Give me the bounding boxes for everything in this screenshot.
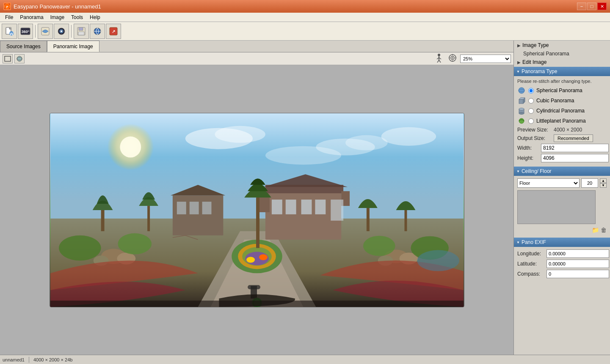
height-label: Height: [517,155,538,161]
cylindrical-label: Cylindrical Panorama [536,108,585,114]
toolbar-export-button[interactable]: ↗ [106,24,121,39]
svg-point-49 [246,257,255,263]
toolbar-save-button[interactable] [74,24,89,39]
pano-type-spherical[interactable]: Spherical Panorama [517,86,607,95]
toolbar-web-button[interactable] [90,24,105,39]
svg-point-43 [265,146,341,164]
edit-image-section[interactable]: ▶ Edit Image [514,57,610,67]
ceiling-floor-header[interactable]: ▼ Ceiling/ Floor [514,167,610,176]
floor-spinner-up[interactable]: ▲ [600,178,607,183]
svg-rect-66 [256,197,259,248]
close-button[interactable]: ✕ [597,3,607,10]
ceiling-floor-triangle: ▼ [516,170,520,173]
color-import-button[interactable]: 📁 [592,227,599,233]
recommended-button[interactable]: Recommended [554,134,593,142]
output-size-label: Output Size: [517,135,551,141]
cubic-label: Cubic Panorama [536,98,574,104]
status-bar: unnamed1 4000 × 2000 × 24b [0,355,610,364]
color-delete-button[interactable]: 🗑 [601,227,607,233]
status-separator [29,357,29,363]
longitude-input[interactable] [547,249,609,258]
minimize-button[interactable]: − [577,3,586,10]
svg-point-75 [59,235,101,260]
svg-point-30 [452,57,453,58]
toolbar-stitch-button[interactable] [38,24,53,39]
image-canvas[interactable] [0,65,513,355]
canvas-rect-tool[interactable] [3,54,13,63]
svg-point-90 [519,112,524,115]
panorama-type-label: Panorama Type [522,68,558,74]
longitude-row: Longitude: 🔗 [517,249,607,258]
output-size-row: Output Size: Recommended [517,134,607,142]
svg-rect-58 [315,200,326,214]
toolbar-preview-button[interactable] [54,24,69,39]
spherical-icon [517,86,526,95]
status-filename: unnamed1 [3,357,25,362]
height-row: Height: [517,154,607,162]
svg-point-37 [120,136,141,157]
littleplanet-icon [517,117,526,125]
height-input[interactable] [541,154,609,162]
svg-point-22 [438,54,440,56]
littleplanet-radio[interactable] [528,118,534,124]
pano-type-littleplanet[interactable]: Littleplanet Panorama [517,117,607,125]
width-input[interactable] [541,144,609,152]
floor-select[interactable]: Floor Ceiling Both [517,178,580,188]
width-label: Width: [517,145,538,151]
cylindrical-radio[interactable] [528,108,534,114]
zoom-select[interactable]: 10% 15% 20% 25% 50% 75% 100% Fit [460,55,511,63]
svg-rect-84 [50,301,464,307]
cubic-icon [517,96,526,105]
floor-spinner-down[interactable]: ▼ [600,183,607,188]
canvas-area: Source Images Panoramic Image [0,41,513,355]
floor-spinner: ▲ ▼ [600,178,607,188]
pano-exif-header[interactable]: ▼ Pano EXIF [514,238,610,247]
svg-rect-64 [101,210,104,231]
tab-panoramic-image[interactable]: Panoramic Image [47,41,99,52]
svg-rect-13 [79,27,83,30]
panoramic-image [50,113,464,307]
tab-source-images[interactable]: Source Images [0,41,47,52]
latitude-label: Latitude: [517,261,545,267]
cubic-radio[interactable] [528,98,534,104]
svg-line-26 [437,60,439,63]
canvas-sphere-tool[interactable] [14,54,25,63]
ceiling-floor-label: Ceiling/ Floor [522,168,552,174]
svg-text:↗: ↗ [112,29,115,34]
menu-tools[interactable]: Tools [68,14,86,21]
svg-point-91 [519,118,524,123]
svg-rect-81 [248,285,260,289]
person-icon [435,53,443,64]
window-controls: − □ ✕ [577,3,607,10]
image-type-section[interactable]: ▶ Image Type [514,41,610,50]
pano-type-note: Please re-stitch after changing type. [517,79,607,84]
svg-rect-60 [172,195,223,235]
pano-type-cylindrical[interactable]: Cylindrical Panorama [517,107,607,115]
toolbar-360-button[interactable]: 360° [18,24,33,39]
toolbar-new-button[interactable]: W [2,24,17,39]
menu-help[interactable]: Help [86,14,104,21]
right-panel: ▶ Image Type Spherical Panorama ▶ Edit I… [513,41,610,355]
menu-image[interactable]: Image [47,14,68,21]
menu-file[interactable]: File [2,14,17,21]
restore-button[interactable]: □ [587,3,596,10]
svg-text:360°: 360° [22,30,30,34]
svg-text:W: W [10,32,14,36]
target-icon[interactable] [448,54,457,64]
app-logo: P [3,3,11,10]
svg-rect-51 [265,189,341,239]
spherical-radio[interactable] [528,88,534,93]
image-type-value: Spherical Panorama [514,50,610,57]
spherical-label: Spherical Panorama [536,88,582,93]
floor-number-input[interactable] [581,178,598,188]
menu-panorama[interactable]: Panorama [17,14,47,21]
title-bar: P Easypano Panoweaver - unnamed1 − □ ✕ [0,0,610,13]
compass-input[interactable] [547,270,609,278]
menu-bar: File Panorama Image Tools Help [0,13,610,22]
panorama-type-triangle: ▼ [516,70,520,74]
pano-type-cubic[interactable]: Cubic Panorama [517,96,607,105]
color-preview [517,190,596,224]
panorama-type-header[interactable]: ▼ Panorama Type [514,67,610,76]
latitude-input[interactable] [547,260,609,268]
svg-rect-87 [519,99,523,104]
